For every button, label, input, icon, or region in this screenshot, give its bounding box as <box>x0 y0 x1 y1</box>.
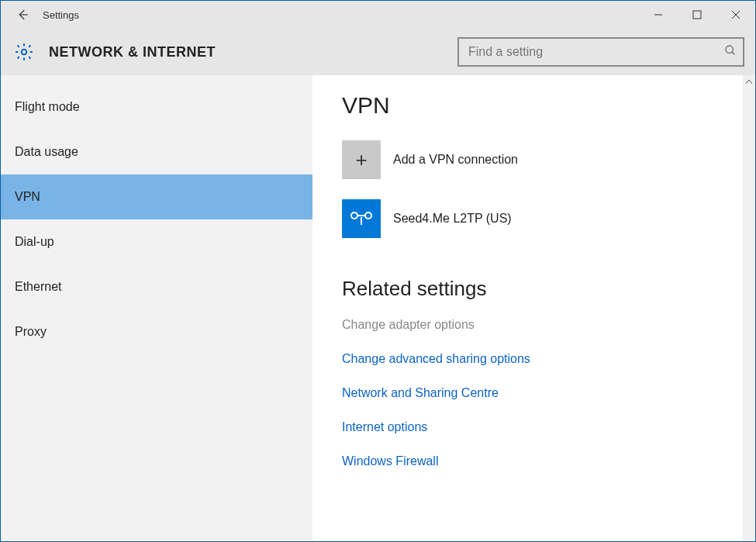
main-content: VPN + Add a VPN connection Seed4.Me L2TP… <box>312 75 755 541</box>
sidebar-item-label: Ethernet <box>15 280 61 294</box>
body: Flight mode Data usage VPN Dial-up Ether… <box>1 75 755 541</box>
sidebar-item-label: Dial-up <box>15 235 54 249</box>
sidebar-item-proxy[interactable]: Proxy <box>1 309 312 354</box>
svg-line-6 <box>732 52 734 54</box>
scroll-up-icon[interactable] <box>745 75 753 89</box>
sidebar: Flight mode Data usage VPN Dial-up Ether… <box>1 75 312 541</box>
scroll-track[interactable] <box>743 89 755 541</box>
sidebar-item-data-usage[interactable]: Data usage <box>1 129 312 174</box>
link-internet-options[interactable]: Internet options <box>342 420 755 434</box>
link-change-adapter[interactable]: Change adapter options <box>342 318 755 332</box>
header: NETWORK & INTERNET <box>1 29 755 75</box>
svg-point-4 <box>22 50 27 55</box>
sidebar-item-vpn[interactable]: VPN <box>1 174 312 219</box>
minimize-button[interactable] <box>639 1 678 29</box>
sidebar-item-label: Data usage <box>15 145 78 159</box>
page-heading: VPN <box>342 92 755 119</box>
svg-point-8 <box>365 212 371 219</box>
vpn-connection-label: Seed4.Me L2TP (US) <box>393 212 512 226</box>
svg-point-5 <box>726 46 733 53</box>
settings-window: Settings NETWORK & INTERNET <box>0 0 756 542</box>
vpn-icon <box>342 199 381 238</box>
link-advanced-sharing[interactable]: Change advanced sharing options <box>342 352 755 366</box>
sidebar-item-dial-up[interactable]: Dial-up <box>1 219 312 264</box>
sidebar-item-label: VPN <box>15 190 40 204</box>
window-title: Settings <box>43 9 79 21</box>
sidebar-item-label: Proxy <box>15 325 47 339</box>
window-controls <box>639 1 755 29</box>
plus-icon: + <box>342 140 381 179</box>
link-network-sharing-centre[interactable]: Network and Sharing Centre <box>342 386 755 400</box>
add-vpn-button[interactable]: + Add a VPN connection <box>342 140 755 179</box>
sidebar-item-label: Flight mode <box>15 100 80 114</box>
search-input[interactable] <box>457 37 744 67</box>
maximize-button[interactable] <box>678 1 716 29</box>
add-vpn-label: Add a VPN connection <box>393 153 518 167</box>
scrollbar[interactable] <box>743 75 755 541</box>
gear-icon <box>13 41 35 63</box>
svg-rect-1 <box>693 11 701 19</box>
close-button[interactable] <box>716 1 755 29</box>
titlebar: Settings <box>1 1 755 29</box>
back-button[interactable] <box>7 1 38 29</box>
category-title: NETWORK & INTERNET <box>49 44 216 60</box>
related-heading: Related settings <box>342 277 755 301</box>
link-windows-firewall[interactable]: Windows Firewall <box>342 454 755 468</box>
sidebar-item-flight-mode[interactable]: Flight mode <box>1 85 312 129</box>
search-icon <box>724 44 737 60</box>
sidebar-item-ethernet[interactable]: Ethernet <box>1 264 312 309</box>
svg-point-7 <box>351 212 357 219</box>
vpn-connection-item[interactable]: Seed4.Me L2TP (US) <box>342 199 755 238</box>
